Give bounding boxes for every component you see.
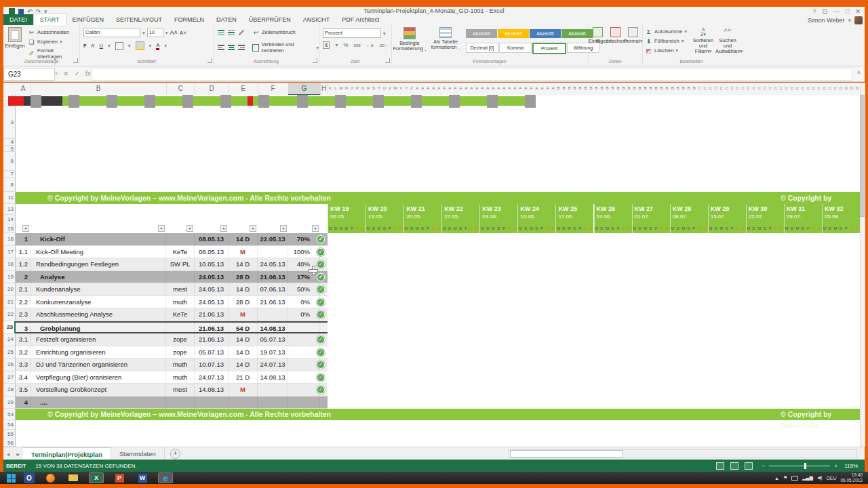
column-header-gantt[interactable]: C	[703, 83, 708, 94]
ribbon-tab-formeln[interactable]: FORMELN	[168, 14, 210, 25]
row-header-22[interactable]: 22	[3, 308, 16, 321]
row-header-14[interactable]: 14	[3, 215, 16, 224]
filter-dropdown-icon[interactable]: ▾	[250, 225, 256, 232]
column-header-gantt[interactable]: C	[816, 83, 822, 94]
tray-clock[interactable]: 19:4006.05.2013	[840, 472, 863, 483]
table-row-22[interactable]: 2.3Abschlussmeeting AnalyseKeTe21.06.13M…	[16, 308, 328, 321]
table-row-27[interactable]: 3.4Verpflegung (Bier) oranisierenmuth24.…	[16, 371, 328, 384]
row-header-21[interactable]: 21	[3, 296, 16, 309]
column-header-gantt[interactable]: B	[648, 83, 654, 94]
style-komma[interactable]: Komma	[499, 43, 532, 53]
column-header-gantt[interactable]: C	[708, 83, 713, 94]
font-name-select[interactable]: Calibri▾ 10▾ A˄A˅	[83, 28, 186, 37]
column-header-gantt[interactable]: A	[441, 83, 447, 94]
column-header-gantt[interactable]: A	[539, 83, 545, 94]
sheet-nav-right-icon[interactable]: ▸	[14, 451, 24, 458]
format-as-table-button[interactable]: Als Tabelle formatieren ˯	[428, 27, 463, 50]
start-button[interactable]	[7, 474, 16, 483]
column-header-gantt[interactable]: C	[827, 83, 833, 94]
zoom-out-icon[interactable]: −	[762, 463, 766, 469]
page-layout-view-icon[interactable]	[730, 462, 738, 470]
column-header-gantt[interactable]: A	[463, 83, 469, 94]
column-header-gantt[interactable]: C	[735, 83, 741, 94]
cut-button[interactable]: ✂Ausschneiden	[28, 28, 69, 36]
gantt-bar-done[interactable]	[24, 96, 62, 106]
zoom-slider[interactable]: − +	[762, 463, 837, 469]
column-header-gantt[interactable]: C	[768, 83, 773, 94]
format-painter-button[interactable]: ✐Format übertragen	[28, 47, 79, 60]
column-header-gantt[interactable]: A	[436, 83, 441, 94]
column-header-gantt[interactable]: B	[599, 83, 605, 94]
shrink-font-icon[interactable]: A˅	[180, 30, 186, 36]
column-header-gantt[interactable]: D	[838, 83, 844, 94]
ribbon-tab-datei[interactable]: DATEI	[3, 14, 33, 25]
column-header-gantt[interactable]: B	[616, 83, 621, 94]
ribbon-tab-überprüfen[interactable]: ÜBERPRÜFEN	[243, 14, 297, 25]
gantt-bar-task[interactable]	[431, 96, 536, 106]
gantt-bar-task[interactable]	[101, 96, 258, 106]
row-header-6[interactable]: 6	[3, 152, 16, 171]
vertical-scrollbar-thumb[interactable]	[860, 95, 865, 217]
number-dialog-launcher[interactable]	[385, 58, 390, 63]
column-header-gantt[interactable]: P	[355, 83, 360, 94]
page-break-view-icon[interactable]	[745, 462, 753, 470]
column-header-gantt[interactable]: B	[605, 83, 610, 94]
column-header-F[interactable]: F	[258, 83, 289, 94]
column-header-gantt[interactable]: O	[349, 83, 355, 94]
taskbar-outlook-icon[interactable]: O	[24, 472, 35, 483]
style-akzent5[interactable]: Akzent5	[530, 29, 561, 38]
clipboard-dialog-launcher[interactable]	[73, 58, 78, 63]
decrease-decimal-icon[interactable]: .00→	[379, 43, 389, 47]
row-header-29[interactable]: 29	[3, 396, 16, 409]
row-header-11[interactable]: 11	[3, 192, 16, 204]
column-header-gantt[interactable]: A	[452, 83, 458, 94]
row-header-13[interactable]: 13	[3, 204, 16, 215]
style-akzent3[interactable]: Akzent3	[466, 29, 497, 38]
row-header-3[interactable]: 3	[3, 106, 16, 139]
align-center-icon[interactable]	[228, 45, 235, 50]
column-header-gantt[interactable]: B	[659, 83, 665, 94]
column-header-gantt[interactable]: B	[588, 83, 593, 94]
currency-icon[interactable]: $	[323, 41, 330, 49]
column-header-gantt[interactable]: C	[789, 83, 795, 94]
table-row-28[interactable]: 3.5Vorstellung Grobkonzeptmest14.08.13M✓	[16, 384, 328, 396]
column-header-gantt[interactable]: A	[490, 83, 496, 94]
column-header-gantt[interactable]: A	[425, 83, 431, 94]
row-header-20[interactable]: 20	[3, 283, 16, 296]
column-header-gantt[interactable]: C	[730, 83, 735, 94]
table-row-25[interactable]: 3.2Einrichtung organisierenzope05.07.131…	[16, 346, 328, 359]
borders-icon[interactable]	[115, 42, 123, 50]
gantt-bar-task[interactable]	[356, 96, 437, 106]
ribbon-tab-ansicht[interactable]: ANSICHT	[297, 14, 336, 25]
row-header-54[interactable]: 54	[3, 420, 16, 430]
minimize-icon[interactable]: —	[833, 8, 840, 15]
column-header-gantt[interactable]: B	[632, 83, 637, 94]
column-header-gantt[interactable]: A	[517, 83, 523, 94]
row-header-27[interactable]: 27	[3, 371, 16, 384]
column-header-gantt[interactable]: Q	[360, 83, 366, 94]
taskbar-word-icon[interactable]: W	[135, 472, 150, 483]
column-header-gantt[interactable]: C	[784, 83, 789, 94]
column-header-gantt[interactable]: B	[577, 83, 583, 94]
column-header-gantt[interactable]: B	[561, 83, 566, 94]
column-header-gantt[interactable]: A	[414, 83, 420, 94]
column-header-gantt[interactable]: W	[393, 83, 398, 94]
row-header-56[interactable]: 56	[3, 439, 16, 447]
column-header-E[interactable]: E	[229, 83, 258, 94]
row-header-8[interactable]: 8	[3, 178, 16, 192]
user-account[interactable]: Simon Weber▾	[808, 16, 863, 24]
column-header-gantt[interactable]: L	[333, 83, 338, 94]
font-color-icon[interactable]: A	[156, 42, 159, 50]
table-row-24[interactable]: 3.1Festzelt organisierenzope21.06.1314 D…	[16, 333, 328, 346]
column-header-gantt[interactable]: B	[594, 83, 599, 94]
table-row-17[interactable]: 1.1Kick-Off MeetingKeTe08.05.13M100%✓	[16, 246, 328, 259]
column-header-gantt[interactable]: C	[800, 83, 806, 94]
column-header-gantt[interactable]: D	[854, 83, 860, 94]
column-header-gantt[interactable]: M	[338, 83, 344, 94]
tray-language[interactable]: DEU	[827, 476, 837, 481]
taskbar-ie-icon[interactable]: e	[158, 472, 173, 483]
select-all-corner[interactable]	[3, 83, 16, 94]
enter-formula-icon[interactable]: ✓	[74, 70, 79, 77]
row-header-55[interactable]: 55	[3, 430, 16, 439]
align-left-icon[interactable]	[218, 45, 224, 50]
